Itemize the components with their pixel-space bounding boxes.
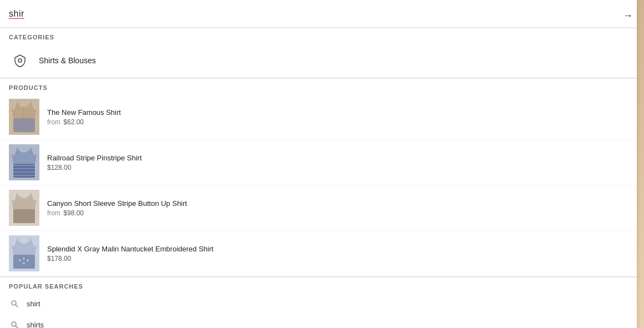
search-icon-1 bbox=[9, 298, 20, 309]
svg-line-21 bbox=[16, 326, 18, 328]
product-thumb-3 bbox=[9, 190, 39, 226]
tag-icon bbox=[9, 49, 31, 72]
popular-item-shirts[interactable]: shirts bbox=[0, 314, 637, 328]
product-item-2[interactable]: Railroad Stripe Pinstripe Shirt $128.00 bbox=[0, 140, 637, 185]
svg-point-18 bbox=[12, 301, 16, 305]
popular-label-2: shirts bbox=[27, 321, 44, 329]
product-info-3: Canyon Short Sleeve Stripe Button Up Shi… bbox=[47, 199, 187, 217]
search-icon-2 bbox=[9, 319, 20, 328]
arrow-icon: → bbox=[623, 10, 633, 21]
products-header: PRODUCTS bbox=[0, 78, 637, 94]
products-section: PRODUCTS The New Famous Shirt from $62.0… bbox=[0, 78, 637, 276]
product-price-1: from $62.00 bbox=[47, 118, 121, 126]
popular-label-1: shirt bbox=[27, 300, 40, 308]
popular-item-shirt[interactable]: shirt bbox=[0, 293, 637, 314]
svg-point-0 bbox=[18, 59, 22, 62]
search-dropdown: shir CATEGORIES Shirts & Blouses PRODUCT… bbox=[0, 0, 637, 328]
search-bar[interactable]: shir bbox=[0, 0, 637, 28]
category-item-shirts-blouses[interactable]: Shirts & Blouses bbox=[0, 44, 637, 78]
product-thumb-1 bbox=[9, 99, 39, 135]
product-item-3[interactable]: Canyon Short Sleeve Stripe Button Up Shi… bbox=[0, 185, 637, 231]
popular-searches-section: POPULAR SEARCHES shirt shirts bbox=[0, 276, 637, 328]
svg-point-14 bbox=[19, 260, 21, 261]
svg-rect-11 bbox=[13, 209, 35, 223]
product-thumb-4 bbox=[9, 235, 39, 271]
product-price-4: $178.00 bbox=[47, 255, 214, 263]
svg-point-15 bbox=[23, 258, 25, 260]
svg-rect-13 bbox=[13, 255, 35, 269]
product-name-2: Railroad Stripe Pinstripe Shirt bbox=[47, 154, 142, 162]
product-item-4[interactable]: Splendid X Gray Malin Nantucket Embroide… bbox=[0, 231, 637, 276]
product-info-1: The New Famous Shirt from $62.00 bbox=[47, 108, 121, 126]
category-label: Shirts & Blouses bbox=[39, 56, 96, 65]
product-price-2: $128.00 bbox=[47, 164, 142, 171]
product-price-3: from $98.00 bbox=[47, 209, 187, 217]
product-info-4: Splendid X Gray Malin Nantucket Embroide… bbox=[47, 245, 214, 263]
search-query: shir bbox=[9, 9, 24, 19]
product-name-3: Canyon Short Sleeve Stripe Button Up Shi… bbox=[47, 199, 187, 208]
svg-point-20 bbox=[12, 322, 16, 326]
product-item-1[interactable]: The New Famous Shirt from $62.00 bbox=[0, 94, 637, 140]
product-thumb-2 bbox=[9, 144, 39, 180]
product-name-1: The New Famous Shirt bbox=[47, 108, 121, 117]
navigation-arrow[interactable]: → bbox=[623, 10, 633, 22]
svg-line-19 bbox=[16, 305, 18, 307]
svg-point-17 bbox=[23, 263, 25, 264]
product-name-4: Splendid X Gray Malin Nantucket Embroide… bbox=[47, 245, 214, 253]
popular-searches-header: POPULAR SEARCHES bbox=[0, 277, 637, 293]
product-info-2: Railroad Stripe Pinstripe Shirt $128.00 bbox=[47, 154, 142, 171]
svg-point-16 bbox=[27, 260, 29, 261]
search-query-text: shir bbox=[9, 9, 24, 18]
categories-header: CATEGORIES bbox=[0, 28, 637, 44]
